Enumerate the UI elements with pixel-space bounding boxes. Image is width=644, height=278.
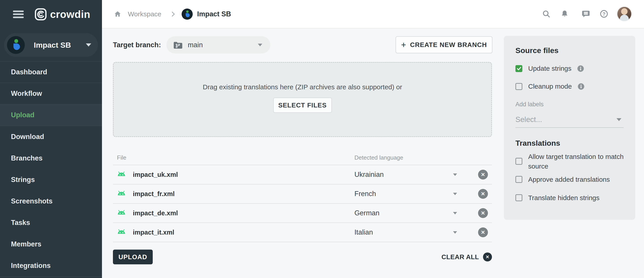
sidebar-item-members[interactable]: Members — [0, 233, 102, 255]
sidebar-item-workflow[interactable]: Workflow — [0, 83, 102, 105]
translate-hidden-label[interactable]: Translate hidden strings — [528, 193, 600, 203]
branch-select-value: main — [188, 41, 203, 49]
column-detected-language: Detected language — [354, 154, 403, 161]
breadcrumb-workspace[interactable]: Workspace — [128, 10, 162, 18]
remove-file-button[interactable]: ✕ — [478, 170, 488, 179]
chevron-down-icon — [86, 44, 91, 47]
upload-page: Target branch: main + CREATE NEW BRANCH … — [102, 29, 644, 278]
crowdin-app: crowdin Impact SB Dashboard Workflow Upl… — [0, 0, 644, 278]
sidebar-item-integrations[interactable]: Integrations — [0, 255, 102, 276]
detected-language-value: Ukrainian — [354, 171, 384, 179]
project-selector[interactable]: Impact SB — [4, 33, 98, 57]
clear-all-icon: ✕ — [483, 252, 492, 261]
create-new-branch-button[interactable]: + CREATE NEW BRANCH — [396, 36, 492, 53]
sidebar-item-dashboard[interactable]: Dashboard — [0, 62, 102, 83]
remove-file-button[interactable]: ✕ — [478, 189, 488, 199]
sidebar-divider — [0, 276, 102, 277]
project-selector-label: Impact SB — [34, 41, 71, 50]
breadcrumb-project-avatar — [182, 9, 193, 20]
detected-language-value: Italian — [354, 228, 373, 236]
table-row: impact_de.xml German ✕ — [113, 204, 492, 223]
source-files-title: Source files — [516, 46, 558, 55]
file-name: impact_uk.xml — [133, 171, 178, 178]
android-icon — [116, 171, 126, 178]
user-avatar[interactable] — [617, 7, 632, 21]
table-row: impact_it.xml Italian ✕ — [113, 223, 492, 242]
svg-text:?: ? — [602, 11, 605, 17]
table-row: impact_fr.xml French ✕ — [113, 184, 492, 204]
sidebar: crowdin Impact SB Dashboard Workflow Upl… — [0, 0, 102, 278]
topbar-actions: ? — [537, 0, 644, 28]
branch-toolbar: Target branch: main — [113, 36, 270, 54]
info-icon[interactable] — [578, 83, 584, 90]
branch-select[interactable]: main — [166, 36, 270, 54]
sidebar-item-download[interactable]: Download — [0, 126, 102, 147]
messages-chat-icon[interactable] — [580, 9, 591, 19]
clear-all-button[interactable]: CLEAR ALL ✕ — [442, 251, 492, 262]
approve-added-label[interactable]: Approve added translations — [528, 175, 610, 184]
add-labels-label: Add labels — [516, 101, 544, 108]
upload-button[interactable]: UPLOAD — [113, 249, 153, 264]
sidebar-item-tasks[interactable]: Tasks — [0, 212, 102, 233]
language-select[interactable] — [448, 168, 462, 181]
target-branch-label: Target branch: — [113, 41, 161, 49]
crowdin-logo-text: crowdin — [50, 8, 90, 20]
update-strings-checkbox[interactable] — [516, 65, 522, 72]
file-name: impact_fr.xml — [133, 190, 175, 198]
help-icon[interactable]: ? — [598, 9, 609, 19]
plus-icon: + — [401, 41, 406, 49]
remove-file-button[interactable]: ✕ — [478, 227, 488, 237]
crowdin-logo[interactable]: crowdin — [34, 8, 90, 21]
breadcrumb-project[interactable]: Impact SB — [197, 10, 231, 18]
sidebar-header: crowdin — [0, 0, 102, 29]
android-icon — [116, 210, 126, 217]
approve-added-option: Approve added translations — [516, 175, 610, 184]
translate-hidden-option: Translate hidden strings — [516, 193, 600, 203]
cleanup-mode-option: Cleanup mode — [516, 81, 584, 92]
language-select[interactable] — [448, 226, 462, 239]
notifications-bell-icon[interactable] — [559, 9, 570, 19]
android-icon — [116, 190, 126, 197]
sidebar-item-upload[interactable]: Upload — [0, 105, 102, 126]
column-file: File — [117, 154, 126, 161]
sidebar-item-strings[interactable]: Strings — [0, 169, 102, 190]
file-name: impact_it.xml — [133, 229, 174, 236]
chevron-down-icon — [616, 118, 622, 121]
table-row: impact_uk.xml Ukrainian ✕ — [113, 165, 492, 184]
breadcrumb: Workspace Impact SB — [112, 0, 231, 28]
allow-match-source-checkbox[interactable] — [516, 158, 522, 165]
home-icon[interactable] — [112, 9, 123, 20]
menu-toggle-button[interactable] — [13, 11, 24, 18]
sidebar-item-branches[interactable]: Branches — [0, 147, 102, 169]
table-header: File Detected language — [113, 149, 492, 165]
language-select[interactable] — [448, 206, 462, 220]
info-icon[interactable] — [577, 65, 584, 72]
labels-select-placeholder: Select... — [516, 115, 542, 124]
branch-folder-icon — [173, 41, 183, 50]
update-strings-option: Update strings — [516, 63, 584, 74]
file-name: impact_de.xml — [133, 209, 178, 217]
chevron-down-icon — [258, 44, 262, 46]
allow-match-source-label[interactable]: Allow target translation to match source — [528, 152, 635, 171]
allow-match-source-option: Allow target translation to match source — [516, 152, 635, 171]
sidebar-nav: Dashboard Workflow Upload Download Branc… — [0, 62, 102, 276]
sidebar-item-screenshots[interactable]: Screenshots — [0, 190, 102, 212]
dropzone-hint: Drag existing translations here (ZIP arc… — [203, 83, 402, 91]
update-strings-label[interactable]: Update strings — [528, 65, 571, 72]
project-avatar — [7, 36, 25, 54]
file-dropzone[interactable]: Drag existing translations here (ZIP arc… — [113, 62, 492, 137]
crowdin-logo-icon — [34, 8, 47, 21]
cleanup-mode-label[interactable]: Cleanup mode — [528, 83, 572, 90]
uploaded-files-table: File Detected language impact_uk.xml Ukr… — [113, 149, 492, 242]
upload-settings-panel: Source files Update strings Cleanup mode… — [504, 36, 635, 220]
search-icon[interactable] — [541, 9, 552, 19]
remove-file-button[interactable]: ✕ — [478, 208, 488, 218]
cleanup-mode-checkbox[interactable] — [516, 83, 522, 90]
translate-hidden-checkbox[interactable] — [516, 194, 522, 201]
translations-title: Translations — [516, 139, 560, 147]
approve-added-checkbox[interactable] — [516, 176, 522, 183]
labels-select[interactable]: Select... — [516, 112, 624, 128]
language-select[interactable] — [448, 187, 462, 200]
select-files-button[interactable]: SELECT FILES — [273, 98, 332, 113]
detected-language-value: German — [354, 209, 380, 217]
